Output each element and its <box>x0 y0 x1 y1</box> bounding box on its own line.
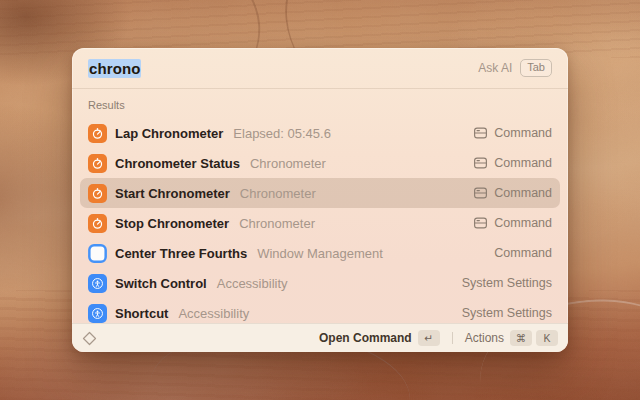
result-title: Stop Chronometer <box>115 216 229 231</box>
chronometer-icon <box>88 184 107 203</box>
open-command-button[interactable]: Open Command ↵ <box>319 330 440 346</box>
result-subtitle: Chronometer <box>240 186 316 201</box>
result-accessory-label: System Settings <box>462 276 552 290</box>
return-key-icon: ↵ <box>418 330 440 346</box>
accessibility-icon <box>88 274 107 293</box>
k-key-icon: K <box>536 330 558 346</box>
result-accessory-label: Command <box>494 186 552 200</box>
result-accessory-label: Command <box>494 246 552 260</box>
result-row[interactable]: Chronometer StatusChronometerCommand <box>80 148 560 178</box>
raycast-logo-icon[interactable] <box>82 331 97 346</box>
result-title: Center Three Fourths <box>115 246 247 261</box>
command-type-icon <box>473 216 488 230</box>
result-accessory-label: Command <box>494 126 552 140</box>
ask-ai-label: Ask AI <box>478 61 512 75</box>
result-accessory: System Settings <box>462 276 552 290</box>
result-accessory: Command <box>473 156 552 170</box>
window-icon <box>88 244 107 263</box>
footer-bar: Open Command ↵ Actions ⌘ K <box>72 323 568 352</box>
results-list: Results Lap ChronometerElapsed: 05:45.6C… <box>72 89 568 323</box>
result-accessory: System Settings <box>462 306 552 320</box>
command-type-icon <box>473 156 488 170</box>
result-accessory: Command <box>494 246 552 260</box>
tab-key-badge[interactable]: Tab <box>520 59 552 77</box>
result-row[interactable]: ShortcutAccessibilitySystem Settings <box>80 298 560 323</box>
chronometer-icon <box>88 154 107 173</box>
results-rows: Lap ChronometerElapsed: 05:45.6CommandCh… <box>80 118 560 323</box>
actions-button[interactable]: Actions ⌘ K <box>465 330 558 346</box>
result-accessory-label: System Settings <box>462 306 552 320</box>
result-subtitle: Accessibility <box>217 276 288 291</box>
result-title: Chronometer Status <box>115 156 240 171</box>
result-subtitle: Chronometer <box>250 156 326 171</box>
result-subtitle: Elapsed: 05:45.6 <box>233 126 331 141</box>
result-accessory-label: Command <box>494 216 552 230</box>
raycast-launcher-window: chrono Ask AI Tab Results Lap Chronomete… <box>72 48 568 352</box>
open-command-label: Open Command <box>319 331 412 345</box>
result-row[interactable]: Start ChronometerChronometerCommand <box>80 178 560 208</box>
chronometer-icon <box>88 124 107 143</box>
result-row[interactable]: Lap ChronometerElapsed: 05:45.6Command <box>80 118 560 148</box>
search-bar: chrono Ask AI Tab <box>72 48 568 89</box>
result-row[interactable]: Stop ChronometerChronometerCommand <box>80 208 560 238</box>
result-accessory-label: Command <box>494 156 552 170</box>
result-subtitle: Accessibility <box>178 306 249 321</box>
search-selected-text: chrono <box>88 59 141 78</box>
result-subtitle: Window Management <box>257 246 383 261</box>
command-type-icon <box>473 126 488 140</box>
accessibility-icon <box>88 304 107 323</box>
result-title: Shortcut <box>115 306 168 321</box>
result-row[interactable]: Switch ControlAccessibilitySystem Settin… <box>80 268 560 298</box>
command-key-icon: ⌘ <box>510 330 532 346</box>
chronometer-icon <box>88 214 107 233</box>
command-type-icon <box>473 186 488 200</box>
result-title: Start Chronometer <box>115 186 230 201</box>
result-accessory: Command <box>473 126 552 140</box>
result-accessory: Command <box>473 186 552 200</box>
search-input[interactable]: chrono <box>88 60 141 77</box>
results-section-label: Results <box>80 95 560 118</box>
result-subtitle: Chronometer <box>239 216 315 231</box>
footer-divider <box>452 332 453 344</box>
result-title: Lap Chronometer <box>115 126 223 141</box>
result-title: Switch Control <box>115 276 207 291</box>
result-accessory: Command <box>473 216 552 230</box>
actions-label: Actions <box>465 331 504 345</box>
result-row[interactable]: Center Three FourthsWindow ManagementCom… <box>80 238 560 268</box>
